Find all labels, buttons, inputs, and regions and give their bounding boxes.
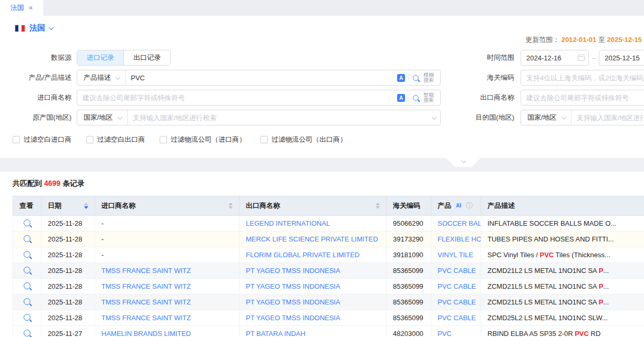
exporter-link[interactable]: PT YAGEO TMSS INDONESIA	[246, 298, 340, 306]
origin-country-select[interactable]: 国家/地区	[77, 110, 128, 125]
description-text: ZCMD25L2 LS METAL 1NO1NC SLW...	[487, 314, 608, 322]
product-filter-label: 产品/产品描述	[13, 73, 71, 82]
date-to-wrap	[599, 50, 644, 66]
view-cell	[13, 310, 41, 326]
view-record-button[interactable]	[24, 219, 30, 226]
filter-logistics-exporter-checkbox[interactable]: 过滤物流公司（出口商）	[261, 135, 347, 144]
date-cell: 2025-11-27	[41, 326, 95, 337]
checkbox-icon[interactable]	[86, 136, 94, 143]
description-text: ZCMD21L5 LS METAL 1NO1NC SA	[487, 298, 599, 306]
hs-code-label: 海关编码	[441, 73, 514, 82]
origin-country-input[interactable]	[128, 110, 430, 125]
filter-logistics-importer-checkbox[interactable]: 过滤物流公司（进口商）	[160, 135, 246, 144]
import-records-tab[interactable]: 进口记录	[77, 50, 123, 65]
importer-cell: TMSS FRANCE SAINT WITZ	[95, 263, 240, 279]
exporter-link[interactable]: FLORIM GLOBAL PRIVATE LIMITED	[246, 251, 359, 259]
product-search-input[interactable]	[126, 70, 395, 85]
view-record-button[interactable]	[24, 267, 30, 273]
product-link[interactable]: VINYL TILE	[438, 251, 473, 259]
filter-blank-importer-checkbox[interactable]: 过滤空白进口商	[13, 135, 71, 144]
hs-code-cell: 85365099	[387, 310, 431, 326]
product-link[interactable]: PVC CABLE	[438, 282, 476, 290]
view-record-button[interactable]	[24, 314, 30, 321]
column-hs-code: 海关编码	[387, 196, 431, 216]
chevron-down-icon	[432, 114, 437, 120]
exporter-link[interactable]: LEGEND INTERNATIONAL	[246, 219, 330, 227]
view-cell	[13, 231, 41, 247]
importer-link[interactable]: TMSS FRANCE SAINT WITZ	[101, 298, 191, 306]
description-cell: SPC Vinyl Tiles / PVC Tiles (Thickness..…	[481, 247, 644, 263]
view-record-button[interactable]	[24, 282, 30, 289]
smart-search-label[interactable]: 智能搜索	[423, 92, 436, 103]
origin-country-label: 原产国(地区)	[13, 113, 71, 122]
product-cell: PVC CABLE	[431, 310, 481, 326]
table-row: 2025-11-28-FLORIM GLOBAL PRIVATE LIMITED…	[13, 247, 644, 263]
view-record-button[interactable]	[24, 235, 30, 242]
result-count-line: 共匹配到4699条记录	[0, 179, 644, 188]
exporter-link[interactable]: MERCK LIFE SCIENCE PRIVATE LIMITED	[246, 235, 378, 243]
table-row: 2025-11-28-MERCK LIFE SCIENCE PRIVATE LI…	[13, 231, 644, 247]
product-link[interactable]: PVC CABLE	[438, 267, 476, 275]
importer-link[interactable]: HAMELIN BRANDS LIMITED	[101, 330, 191, 337]
fuzzy-search-label[interactable]: 模糊搜索	[423, 72, 436, 83]
view-cell	[13, 216, 41, 231]
description-text: ZCMD21L5 LS METAL 1NO1NC SA	[487, 282, 599, 290]
sort-importer[interactable]	[228, 203, 233, 209]
product-link[interactable]: PVC CABLE	[438, 314, 476, 322]
checkbox-icon[interactable]	[13, 136, 20, 143]
description-cell: ZCMD21L2 LS METAL 1NO1NC SA P...	[481, 263, 644, 279]
product-link[interactable]: PVC CABLE	[438, 298, 476, 306]
close-icon[interactable]: ×	[28, 4, 33, 12]
export-records-tab[interactable]: 出口记录	[123, 50, 170, 65]
hs-code-cell: 39173290	[387, 231, 431, 247]
hs-code-input[interactable]	[521, 70, 644, 86]
translate-icon[interactable]: A	[397, 94, 405, 102]
importer-link[interactable]: TMSS FRANCE SAINT WITZ	[101, 314, 191, 322]
product-cell: SOCCER BALL	[431, 216, 481, 231]
exporter-link[interactable]: PT YAGEO TMSS INDONESIA	[246, 267, 340, 275]
importer-name-input[interactable]	[77, 90, 395, 105]
product-field-select[interactable]: 产品描述	[77, 70, 126, 85]
translate-icon[interactable]: A	[397, 74, 405, 82]
description-cell: ZCMD25L2 LS METAL 1NO1NC SLW...	[481, 310, 644, 326]
date-to-input[interactable]	[599, 50, 644, 66]
exporter-name-input[interactable]	[521, 90, 644, 106]
keyword-highlight: PVC	[575, 330, 589, 337]
keyword-highlight: PVC	[539, 251, 554, 259]
view-record-button[interactable]	[24, 251, 30, 258]
view-record-button[interactable]	[24, 298, 30, 305]
table-row: 2025-11-27HAMELIN BRANDS LIMITEDPT BATAR…	[13, 326, 644, 337]
destination-country-select[interactable]: 国家/地区	[521, 110, 572, 125]
product-link[interactable]: FLEXIBLE HOSE PVC	[438, 235, 481, 243]
filter-panel: 更新范围： 2012-01-01 至 2025-12-15 数据源 进口记录 出…	[0, 35, 644, 158]
importer-link[interactable]: TMSS FRANCE SAINT WITZ	[101, 267, 191, 275]
description-text: ZCMD21L2 LS METAL 1NO1NC SA	[487, 267, 599, 275]
sort-exporter[interactable]	[376, 203, 380, 209]
exporter-link[interactable]: PT YAGEO TMSS INDONESIA	[246, 314, 340, 322]
exporter-link[interactable]: PT BATARA INDAH	[246, 330, 305, 337]
view-record-button[interactable]	[24, 330, 30, 336]
country-name[interactable]: 法国	[29, 23, 45, 33]
product-link[interactable]: PVC	[438, 330, 452, 337]
fuzzy-search-icon[interactable]	[413, 75, 419, 81]
info-icon[interactable]: ⓘ	[466, 202, 473, 209]
checkbox-icon[interactable]	[160, 136, 167, 143]
product-link[interactable]: SOCCER BALL	[438, 219, 481, 227]
chevron-down-icon[interactable]	[49, 25, 54, 30]
smart-search-icon[interactable]	[413, 95, 419, 101]
time-range-label: 时间范围	[441, 53, 514, 62]
importer-link[interactable]: TMSS FRANCE SAINT WITZ	[101, 282, 191, 290]
update-range: 更新范围： 2012-01-01 至 2025-12-15	[0, 35, 644, 46]
description-text: TUBES PIPES AND HOSES AND FITTI...	[487, 235, 614, 243]
exporter-cell: PT YAGEO TMSS INDONESIA	[240, 279, 387, 294]
filter-blank-exporter-checkbox[interactable]: 过滤空白出口商	[86, 135, 145, 144]
exporter-cell: PT YAGEO TMSS INDONESIA	[240, 263, 387, 279]
exporter-link[interactable]: PT YAGEO TMSS INDONESIA	[246, 282, 340, 290]
sort-date[interactable]	[84, 203, 88, 209]
exporter-cell: PT YAGEO TMSS INDONESIA	[240, 310, 387, 326]
table-body: 2025-11-28-LEGEND INTERNATIONAL95066290S…	[13, 216, 644, 337]
destination-country-input[interactable]	[572, 110, 644, 125]
checkbox-icon[interactable]	[261, 136, 268, 143]
column-description: 产品描述	[481, 196, 644, 216]
tab-france[interactable]: 法国 ×	[0, 0, 43, 16]
